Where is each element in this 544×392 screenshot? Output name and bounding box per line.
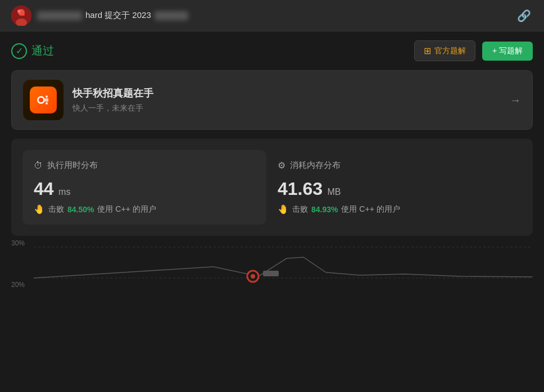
runtime-value-row: 44 ms	[34, 179, 255, 199]
official-solution-button[interactable]: ⊞ 官方题解	[414, 40, 475, 61]
chart-svg	[11, 241, 533, 286]
svg-rect-8	[46, 95, 48, 98]
svg-point-7	[39, 98, 43, 102]
header-title: hard 提交于 2023	[85, 10, 151, 21]
stats-grid: ⏱ 执行用时分布 44 ms 🤚 击败 84.50% 使用 C++ 的用户 ⚙ …	[22, 150, 522, 225]
beat-icon-runtime: 🤚	[34, 204, 45, 215]
banner-text: 快手秋招真题在手 快人一手，未来在手	[72, 86, 153, 113]
memory-title: 消耗内存分布	[290, 160, 341, 171]
runtime-beat-pct: 84.50%	[67, 205, 94, 214]
svg-rect-15	[263, 271, 279, 276]
status-left: ✓ 通过	[11, 43, 54, 59]
chart-label-20: 20%	[11, 281, 25, 289]
runtime-unit: ms	[58, 187, 70, 197]
memory-beat-suffix: 使用 C++ 的用户	[341, 204, 400, 215]
memory-beat-pct: 84.93%	[311, 205, 338, 214]
banner-title: 快手秋招真题在手	[72, 86, 153, 100]
runtime-title: 执行用时分布	[47, 160, 98, 171]
runtime-beat-row: 🤚 击败 84.50% 使用 C++ 的用户	[34, 204, 255, 215]
memory-unit: MB	[328, 187, 341, 197]
memory-icon: ⚙	[278, 160, 285, 171]
svg-point-14	[251, 274, 255, 279]
svg-point-3	[17, 10, 21, 13]
memory-value-row: 41.63 MB	[278, 179, 510, 199]
user-info: hard 提交于 2023	[37, 10, 188, 21]
memory-beat-prefix: 击败	[292, 204, 308, 215]
banner-icon	[23, 80, 64, 120]
avatar	[11, 6, 31, 26]
banner-inner: 快手秋招真题在手 快人一手，未来在手	[23, 80, 153, 120]
header: hard 提交于 2023 🔗	[0, 0, 544, 31]
chart-area: 30% 20%	[11, 236, 533, 292]
status-text: 通过	[31, 43, 54, 58]
check-icon: ✓	[11, 43, 27, 59]
runtime-title-row: ⏱ 执行用时分布	[34, 160, 255, 171]
svg-rect-10	[45, 98, 48, 102]
memory-card: ⚙ 消耗内存分布 41.63 MB 🤚 击败 84.93% 使用 C++ 的用户	[278, 150, 522, 225]
beat-icon-memory: 🤚	[278, 204, 289, 215]
memory-title-row: ⚙ 消耗内存分布	[278, 160, 510, 171]
memory-value: 41.63	[278, 179, 323, 199]
svg-point-4	[22, 13, 25, 16]
banner-card[interactable]: 快手秋招真题在手 快人一手，未来在手 →	[11, 70, 533, 130]
header-right: 🔗	[515, 7, 533, 25]
runtime-card: ⏱ 执行用时分布 44 ms 🤚 击败 84.50% 使用 C++ 的用户	[22, 150, 266, 225]
status-right: ⊞ 官方题解 + 写题解	[414, 40, 533, 61]
runtime-value: 44	[34, 179, 54, 199]
book-icon: ⊞	[424, 45, 431, 56]
write-solution-label: + 写题解	[492, 46, 523, 56]
runtime-beat-prefix: 击败	[48, 204, 64, 215]
banner-arrow[interactable]: →	[510, 94, 521, 107]
clock-icon: ⏱	[34, 161, 43, 171]
runtime-beat-suffix: 使用 C++ 的用户	[97, 204, 156, 215]
kuaishou-logo	[30, 86, 57, 113]
banner-subtitle: 快人一手，未来在手	[72, 103, 153, 113]
username-blur-2	[155, 11, 188, 20]
memory-beat-row: 🤚 击败 84.93% 使用 C++ 的用户	[278, 204, 510, 215]
official-solution-label: 官方题解	[434, 46, 466, 56]
link-icon[interactable]: 🔗	[515, 7, 533, 25]
chart-label-30: 30%	[11, 239, 25, 247]
stats-section: ⏱ 执行用时分布 44 ms 🤚 击败 84.50% 使用 C++ 的用户 ⚙ …	[11, 139, 533, 236]
username-blur	[37, 11, 82, 20]
status-bar: ✓ 通过 ⊞ 官方题解 + 写题解	[0, 31, 544, 70]
header-left: hard 提交于 2023	[11, 6, 188, 26]
svg-rect-9	[46, 102, 48, 104]
write-solution-button[interactable]: + 写题解	[482, 42, 533, 61]
